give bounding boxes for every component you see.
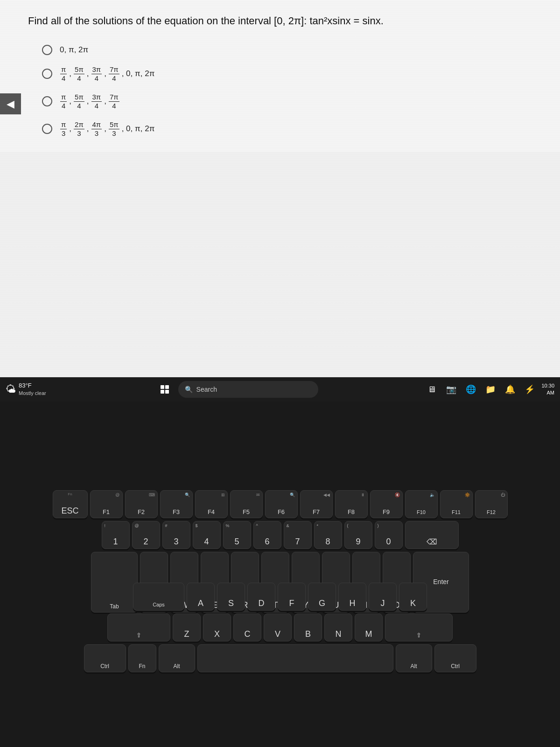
key-x[interactable]: X <box>203 613 231 641</box>
radio-b[interactable] <box>42 69 52 79</box>
weather-desc: Mostly clear <box>19 390 46 396</box>
camera-tray-icon[interactable]: 📷 <box>443 381 459 397</box>
key-h[interactable]: H <box>338 583 366 611</box>
weather-icon: 🌤 <box>6 383 16 395</box>
key-s[interactable]: S <box>217 583 245 611</box>
key-m[interactable]: M <box>355 613 383 641</box>
key-f7[interactable]: ◀◀ F7 <box>300 490 333 518</box>
key-1[interactable]: ! 1 <box>102 521 130 549</box>
key-esc[interactable]: Fn ESC <box>53 490 88 518</box>
weather-temp: 83°F <box>19 382 46 390</box>
radio-d[interactable] <box>42 124 52 134</box>
key-n[interactable]: N <box>324 613 352 641</box>
radio-a[interactable] <box>42 45 52 55</box>
key-ctrl-left[interactable]: Ctrl <box>84 644 126 672</box>
weather-text: 83°F Mostly clear <box>19 382 46 396</box>
search-icon: 🔍 <box>185 386 193 393</box>
option-a-text: 0, π, 2π <box>60 45 88 55</box>
time-display: 10:30 <box>541 382 554 389</box>
key-alt-right[interactable]: Alt <box>396 644 432 672</box>
screen-tray-icon[interactable]: 🖥 <box>424 381 440 397</box>
key-d[interactable]: D <box>247 583 275 611</box>
key-shift-right[interactable]: ⇧ <box>385 613 453 641</box>
question-text: Find all of the solutions of the equatio… <box>28 14 532 28</box>
key-g[interactable]: G <box>308 583 336 611</box>
key-f11[interactable]: 🔆 F11 <box>440 490 473 518</box>
key-b[interactable]: B <box>294 613 322 641</box>
option-c-text: π4, 5π4, 3π4, 7π4 <box>60 93 120 110</box>
key-2[interactable]: @ 2 <box>132 521 160 549</box>
key-ctrl-right[interactable]: Ctrl <box>434 644 476 672</box>
key-f2[interactable]: ⌨ F2 <box>125 490 158 518</box>
weather-widget: 🌤 83°F Mostly clear <box>6 382 46 396</box>
key-f4[interactable]: ⊞ F4 <box>195 490 228 518</box>
key-f5[interactable]: ✉ F5 <box>230 490 263 518</box>
key-f6[interactable]: 🔍 F6 <box>265 490 298 518</box>
option-b[interactable]: π4, 5π4, 3π4, 7π4, 0, π, 2π <box>42 65 532 83</box>
key-a[interactable]: A <box>187 583 215 611</box>
taskbar-center: 🔍 Search <box>55 381 420 398</box>
key-4[interactable]: $ 4 <box>193 521 221 549</box>
keyboard: Fn ESC @ F1 ⌨ F2 🔍 F3 ⊞ F4 ✉ F5 <box>12 490 548 672</box>
key-v[interactable]: V <box>264 613 292 641</box>
key-j[interactable]: J <box>369 583 397 611</box>
key-shift-left[interactable]: ⇧ <box>107 613 170 641</box>
keyboard-area: Fn ESC @ F1 ⌨ F2 🔍 F3 ⊞ F4 ✉ F5 <box>0 402 560 747</box>
option-d[interactable]: π3, 2π3, 4π3, 5π3, 0, π, 2π <box>42 120 532 138</box>
system-time: 10:30 AM <box>541 382 554 397</box>
key-alt-left[interactable]: Alt <box>159 644 195 672</box>
date-display: AM <box>547 389 555 396</box>
screen-area: Find all of the solutions of the equatio… <box>0 0 560 406</box>
windows-logo-icon <box>161 385 169 394</box>
key-9[interactable]: ( 9 <box>344 521 372 549</box>
key-f3[interactable]: 🔍 F3 <box>160 490 193 518</box>
bottom-key-row: Ctrl Fn Alt Alt Ctrl <box>12 644 548 672</box>
key-c[interactable]: C <box>233 613 261 641</box>
folder-tray-icon[interactable]: 📁 <box>483 381 498 397</box>
key-f[interactable]: F <box>278 583 306 611</box>
browser-tray-icon[interactable]: 🌐 <box>463 381 479 397</box>
key-7[interactable]: & 7 <box>284 521 312 549</box>
key-f12[interactable]: ⏻ F12 <box>475 490 508 518</box>
key-0[interactable]: ) 0 <box>375 521 403 549</box>
key-k[interactable]: K <box>399 583 427 611</box>
key-f10[interactable]: 🔈 F10 <box>405 490 438 518</box>
system-tray: 🖥 📷 🌐 📁 🔔 ⚡ 10:30 AM <box>424 381 554 397</box>
option-d-text: π3, 2π3, 4π3, 5π3, 0, π, 2π <box>60 120 154 138</box>
options-list: 0, π, 2π π4, 5π4, 3π4, 7π4, 0, π, 2π π4, <box>42 45 532 138</box>
key-8[interactable]: * 8 <box>314 521 342 549</box>
zxcv-key-row: ⇧ Z X C V B N M ⇧ <box>12 613 548 641</box>
option-b-text: π4, 5π4, 3π4, 7π4, 0, π, 2π <box>60 65 154 83</box>
key-tab[interactable]: Tab <box>91 552 138 613</box>
fn-key-row: Fn ESC @ F1 ⌨ F2 🔍 F3 ⊞ F4 ✉ F5 <box>12 490 548 518</box>
number-key-row: ! 1 @ 2 # 3 $ 4 % 5 ^ 6 <box>12 521 548 549</box>
taskbar: 🌤 83°F Mostly clear 🔍 Search 🖥 📷 🌐 📁 🔔 <box>0 377 560 402</box>
radio-c[interactable] <box>42 96 52 106</box>
notification-tray-icon[interactable]: 🔔 <box>502 381 518 397</box>
search-bar[interactable]: 🔍 Search <box>178 381 318 398</box>
option-a[interactable]: 0, π, 2π <box>42 45 532 55</box>
key-5[interactable]: % 5 <box>223 521 251 549</box>
power-tray-icon[interactable]: ⚡ <box>522 381 538 397</box>
key-z[interactable]: Z <box>173 613 201 641</box>
start-button[interactable] <box>156 381 174 398</box>
search-label: Search <box>196 386 217 393</box>
key-f1[interactable]: @ F1 <box>90 490 123 518</box>
key-space[interactable] <box>197 644 393 672</box>
key-f8[interactable]: ⏸ F8 <box>335 490 368 518</box>
key-f9[interactable]: 🔇 F9 <box>370 490 403 518</box>
key-caps[interactable]: Caps <box>133 583 184 611</box>
option-c[interactable]: π4, 5π4, 3π4, 7π4 <box>42 93 532 110</box>
key-backspace[interactable]: ⌫ <box>405 521 459 549</box>
key-3[interactable]: # 3 <box>162 521 190 549</box>
key-6[interactable]: ^ 6 <box>253 521 281 549</box>
key-fn-bottom[interactable]: Fn <box>128 644 156 672</box>
back-button[interactable]: ◀ <box>0 93 21 114</box>
